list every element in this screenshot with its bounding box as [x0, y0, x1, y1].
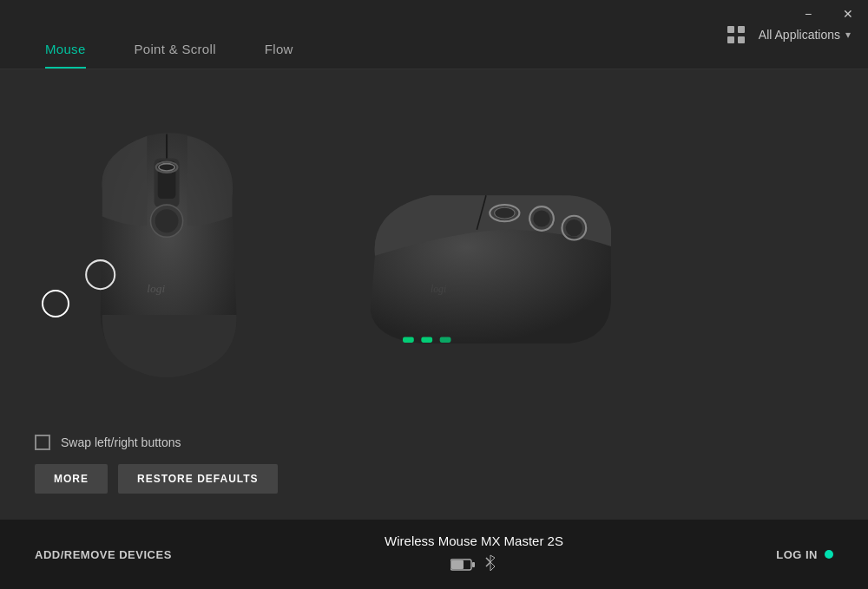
- bottom-bar: ADD/REMOVE DEVICES Wireless Mouse MX Mas…: [0, 520, 868, 589]
- side-button-circle[interactable]: [42, 290, 69, 317]
- mouse-front-view: logi: [35, 118, 295, 396]
- close-button[interactable]: ✕: [828, 0, 868, 28]
- log-in-button[interactable]: LOG IN: [776, 548, 833, 561]
- main-content: logi: [0, 69, 868, 520]
- svg-rect-2: [727, 36, 734, 43]
- svg-rect-3: [738, 36, 745, 43]
- swap-row: Swap left/right buttons: [35, 435, 278, 450]
- online-indicator: [825, 550, 833, 559]
- grid-icon[interactable]: [722, 21, 750, 49]
- svg-text:logi: logi: [431, 284, 446, 295]
- svg-text:logi: logi: [147, 282, 165, 295]
- device-name: Wireless Mouse MX Master 2S: [385, 533, 563, 548]
- tab-flow[interactable]: Flow: [240, 42, 318, 69]
- bluetooth-icon: [483, 553, 497, 576]
- svg-point-15: [495, 207, 515, 219]
- swap-label: Swap left/right buttons: [61, 435, 181, 449]
- svg-point-10: [155, 209, 179, 232]
- tab-mouse[interactable]: Mouse: [21, 42, 110, 69]
- svg-rect-26: [472, 562, 475, 567]
- svg-rect-25: [451, 560, 464, 569]
- swap-checkbox[interactable]: [35, 435, 50, 450]
- svg-point-17: [533, 210, 549, 226]
- restore-defaults-button[interactable]: RESTORE DEFAULTS: [118, 464, 278, 494]
- device-icons: [450, 553, 497, 576]
- tab-point-scroll[interactable]: Point & Scroll: [110, 42, 240, 69]
- svg-rect-22: [440, 337, 451, 342]
- log-in-label: LOG IN: [776, 548, 818, 561]
- battery-icon: [450, 559, 475, 571]
- svg-rect-0: [727, 26, 734, 33]
- tab-bar: Mouse Point & Scroll Flow All Applicatio…: [0, 0, 868, 69]
- title-bar: − ✕: [788, 0, 868, 28]
- btn-row: MORE RESTORE DEFAULTS: [35, 464, 278, 494]
- app-selector[interactable]: All Applications ▾: [759, 28, 851, 42]
- mouse-area: logi: [35, 87, 833, 426]
- svg-rect-21: [421, 337, 432, 342]
- svg-point-19: [566, 219, 582, 236]
- more-button[interactable]: MORE: [35, 464, 108, 494]
- mouse-side-view: logi: [347, 170, 625, 378]
- svg-rect-6: [158, 160, 176, 198]
- minimize-button[interactable]: −: [788, 0, 828, 28]
- svg-rect-1: [738, 26, 745, 33]
- chevron-down-icon: ▾: [845, 29, 851, 41]
- add-remove-devices-button[interactable]: ADD/REMOVE DEVICES: [35, 548, 172, 561]
- svg-rect-20: [403, 337, 414, 342]
- controls-area: Swap left/right buttons MORE RESTORE DEF…: [35, 435, 278, 502]
- app-selector-label: All Applications: [759, 28, 840, 42]
- device-info: Wireless Mouse MX Master 2S: [385, 533, 563, 576]
